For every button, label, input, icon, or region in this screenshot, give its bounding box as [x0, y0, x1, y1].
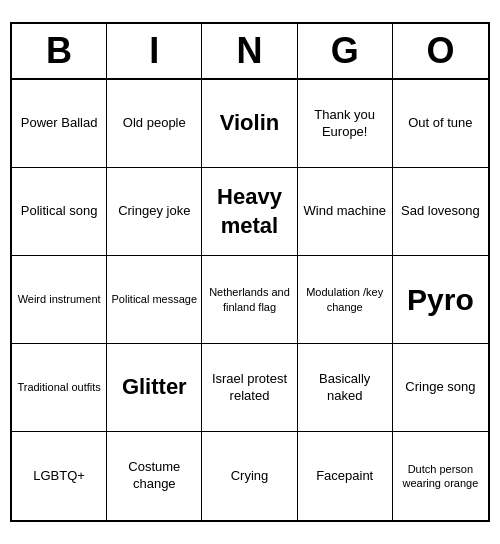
bingo-cell-17[interactable]: Israel protest related	[202, 344, 297, 432]
bingo-cell-7[interactable]: Heavy metal	[202, 168, 297, 256]
bingo-cell-12[interactable]: Netherlands and finland flag	[202, 256, 297, 344]
header-letter-g: G	[298, 24, 393, 78]
bingo-cell-1[interactable]: Old people	[107, 80, 202, 168]
bingo-cell-10[interactable]: Weird instrument	[12, 256, 107, 344]
bingo-cell-21[interactable]: Costume change	[107, 432, 202, 520]
header-letter-o: O	[393, 24, 488, 78]
bingo-cell-9[interactable]: Sad lovesong	[393, 168, 488, 256]
bingo-cell-0[interactable]: Power Ballad	[12, 80, 107, 168]
bingo-cell-8[interactable]: Wind machine	[298, 168, 393, 256]
bingo-cell-3[interactable]: Thank you Europe!	[298, 80, 393, 168]
bingo-header: BINGO	[12, 24, 488, 80]
bingo-cell-5[interactable]: Political song	[12, 168, 107, 256]
bingo-cell-2[interactable]: Violin	[202, 80, 297, 168]
bingo-cell-13[interactable]: Modulation /key change	[298, 256, 393, 344]
bingo-cell-22[interactable]: Crying	[202, 432, 297, 520]
bingo-cell-24[interactable]: Dutch person wearing orange	[393, 432, 488, 520]
bingo-cell-6[interactable]: Cringey joke	[107, 168, 202, 256]
bingo-cell-14[interactable]: Pyro	[393, 256, 488, 344]
header-letter-n: N	[202, 24, 297, 78]
bingo-card: BINGO Power BalladOld peopleViolinThank …	[10, 22, 490, 522]
bingo-grid: Power BalladOld peopleViolinThank you Eu…	[12, 80, 488, 520]
bingo-cell-23[interactable]: Facepaint	[298, 432, 393, 520]
bingo-cell-15[interactable]: Traditional outfits	[12, 344, 107, 432]
header-letter-i: I	[107, 24, 202, 78]
header-letter-b: B	[12, 24, 107, 78]
bingo-cell-20[interactable]: LGBTQ+	[12, 432, 107, 520]
bingo-cell-18[interactable]: Basically naked	[298, 344, 393, 432]
bingo-cell-11[interactable]: Political message	[107, 256, 202, 344]
bingo-cell-4[interactable]: Out of tune	[393, 80, 488, 168]
bingo-cell-19[interactable]: Cringe song	[393, 344, 488, 432]
bingo-cell-16[interactable]: Glitter	[107, 344, 202, 432]
